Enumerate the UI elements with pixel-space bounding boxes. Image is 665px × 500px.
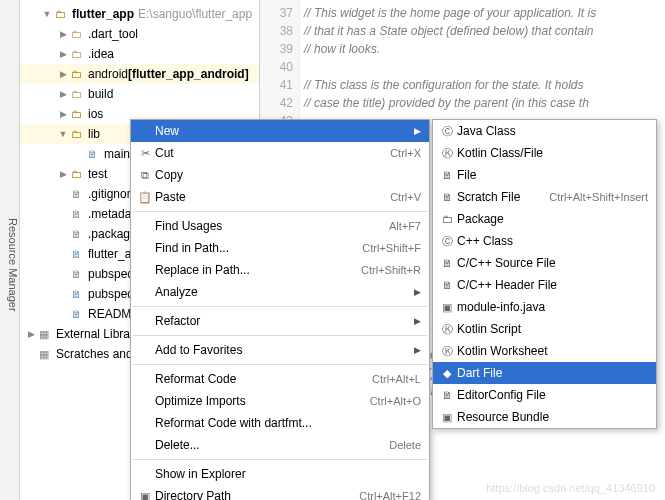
menu-item-label: Optimize Imports (155, 394, 370, 408)
menu-item-icon: 🗀 (437, 213, 457, 225)
menu-item-icon: ✂ (135, 147, 155, 160)
menu-item[interactable]: ⓀKotlin Script (433, 318, 656, 340)
menu-item[interactable]: Find in Path...Ctrl+Shift+F (131, 237, 429, 259)
menu-item[interactable]: ▣module-info.java (433, 296, 656, 318)
menu-item[interactable]: ✂CutCtrl+X (131, 142, 429, 164)
shortcut-hint: Ctrl+Alt+F12 (359, 490, 421, 500)
menu-item[interactable]: ▣Resource Bundle (433, 406, 656, 428)
menu-separator (133, 459, 427, 460)
shortcut-hint: Ctrl+Alt+Shift+Insert (549, 191, 648, 203)
file-icon: 🗎 (68, 306, 84, 322)
menu-item-label: C/C++ Source File (457, 256, 648, 270)
shortcut-hint: Alt+F7 (389, 220, 421, 232)
menu-item-label: Copy (155, 168, 421, 182)
menu-separator (133, 364, 427, 365)
shortcut-hint: Ctrl+Alt+O (370, 395, 421, 407)
menu-separator (133, 306, 427, 307)
menu-item-label: Resource Bundle (457, 410, 648, 424)
menu-item-label: C++ Class (457, 234, 648, 248)
menu-item-icon: ▣ (135, 490, 155, 501)
menu-item-label: Dart File (457, 366, 648, 380)
menu-item-icon: Ⓚ (437, 146, 457, 161)
menu-item[interactable]: 📋PasteCtrl+V (131, 186, 429, 208)
menu-item-label: Package (457, 212, 648, 226)
menu-item-label: Refactor (155, 314, 410, 328)
folder-icon: 🗀 (68, 166, 84, 182)
library-icon: ▦ (36, 346, 52, 362)
menu-item-icon: 🗎 (437, 169, 457, 181)
menu-item-label: New (155, 124, 410, 138)
menu-item-label: Show in Explorer (155, 467, 421, 481)
menu-item[interactable]: Reformat Code with dartfmt... (131, 412, 429, 434)
menu-item[interactable]: ⓀKotlin Class/File (433, 142, 656, 164)
menu-item[interactable]: Add to Favorites▶ (131, 339, 429, 361)
menu-item-label: File (457, 168, 648, 182)
menu-item-label: Kotlin Class/File (457, 146, 648, 160)
file-gray-icon: 🗎 (68, 206, 84, 222)
menu-item-label: Scratch File (457, 190, 549, 204)
tool-window-rail[interactable]: Resource Manager (0, 0, 20, 500)
menu-item-label: Add to Favorites (155, 343, 410, 357)
menu-item[interactable]: 🗀Package (433, 208, 656, 230)
menu-separator (133, 335, 427, 336)
menu-item-label: Paste (155, 190, 390, 204)
folder-dim-icon: 🗀 (68, 46, 84, 62)
menu-item[interactable]: Delete...Delete (131, 434, 429, 456)
menu-item[interactable]: ⓀKotlin Worksheet (433, 340, 656, 362)
menu-item-icon: 🗎 (437, 389, 457, 401)
menu-item-icon: ⧉ (135, 169, 155, 182)
menu-item-icon: ▣ (437, 301, 457, 314)
folder-icon: 🗀 (68, 106, 84, 122)
menu-item-label: Kotlin Worksheet (457, 344, 648, 358)
menu-item-icon: 🗎 (437, 257, 457, 269)
menu-item-icon: Ⓒ (437, 124, 457, 139)
menu-item[interactable]: 🗎File (433, 164, 656, 186)
menu-item[interactable]: Find UsagesAlt+F7 (131, 215, 429, 237)
menu-item-label: EditorConfig File (457, 388, 648, 402)
tree-item[interactable]: ▶🗀.idea (20, 44, 259, 64)
new-submenu: ⒸJava ClassⓀKotlin Class/File🗎File🗎Scrat… (432, 119, 657, 429)
context-menu: New▶✂CutCtrl+X⧉Copy📋PasteCtrl+VFind Usag… (130, 119, 430, 500)
menu-item-label: Java Class (457, 124, 648, 138)
menu-item[interactable]: 🗎Scratch FileCtrl+Alt+Shift+Insert (433, 186, 656, 208)
shortcut-hint: Delete (389, 439, 421, 451)
project-root[interactable]: ▼🗀flutter_appE:\sanguo\flutter_app (20, 4, 259, 24)
tree-item[interactable]: ▶🗀build (20, 84, 259, 104)
tree-item[interactable]: ▶🗀android [flutter_app_android] (20, 64, 259, 84)
menu-item[interactable]: Show in Explorer (131, 463, 429, 485)
menu-item[interactable]: Optimize ImportsCtrl+Alt+O (131, 390, 429, 412)
file-gray-icon: 🗎 (68, 266, 84, 282)
folder-icon: 🗀 (68, 126, 84, 142)
menu-item[interactable]: New▶ (131, 120, 429, 142)
menu-item[interactable]: ⧉Copy (131, 164, 429, 186)
folder-dim-icon: 🗀 (68, 86, 84, 102)
menu-item[interactable]: Refactor▶ (131, 310, 429, 332)
menu-item[interactable]: ▣Directory PathCtrl+Alt+F12 (131, 485, 429, 500)
file-gray-icon: 🗎 (68, 186, 84, 202)
menu-item[interactable]: ◆Dart File (433, 362, 656, 384)
shortcut-hint: Ctrl+V (390, 191, 421, 203)
file-icon: 🗎 (84, 146, 100, 162)
folder-dim-icon: 🗀 (68, 26, 84, 42)
menu-item[interactable]: Reformat CodeCtrl+Alt+L (131, 368, 429, 390)
menu-item[interactable]: 🗎C/C++ Header File (433, 274, 656, 296)
file-gray-icon: 🗎 (68, 226, 84, 242)
submenu-arrow-icon: ▶ (414, 345, 421, 355)
menu-item[interactable]: ⒸJava Class (433, 120, 656, 142)
menu-item-label: Reformat Code (155, 372, 372, 386)
menu-item-icon: 🗎 (437, 279, 457, 291)
menu-item[interactable]: Analyze▶ (131, 281, 429, 303)
folder-icon: 🗀 (52, 6, 68, 22)
file-icon: 🗎 (68, 246, 84, 262)
menu-item-icon: ◆ (437, 367, 457, 380)
menu-item[interactable]: ⒸC++ Class (433, 230, 656, 252)
menu-item[interactable]: 🗎C/C++ Source File (433, 252, 656, 274)
menu-item[interactable]: Replace in Path...Ctrl+Shift+R (131, 259, 429, 281)
menu-item[interactable]: 🗎EditorConfig File (433, 384, 656, 406)
tree-item[interactable]: ▶🗀.dart_tool (20, 24, 259, 44)
file-icon: 🗎 (68, 286, 84, 302)
code-text: // This widget is the home page of your … (304, 4, 596, 112)
menu-item-label: Delete... (155, 438, 389, 452)
menu-item-icon: 🗎 (437, 191, 457, 203)
menu-item-label: Reformat Code with dartfmt... (155, 416, 421, 430)
